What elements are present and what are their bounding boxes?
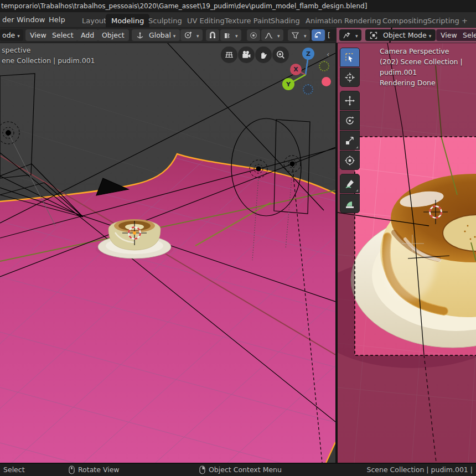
menu-add[interactable]: Add	[76, 29, 99, 41]
gizmo-neg-y-axis[interactable]	[319, 61, 329, 71]
add-workspace-button[interactable]: +	[456, 14, 473, 28]
snap-settings-dropdown[interactable]: ▾	[220, 29, 241, 41]
xray-toggle-partial[interactable]: [	[326, 29, 337, 41]
tool-cursor[interactable]	[340, 68, 360, 87]
chevron-down-icon: ▾	[429, 33, 432, 39]
viewport-3d-right-rendered[interactable]: Camera Perspective (202) Scene Collectio…	[338, 43, 476, 463]
cursor-tool-icon	[344, 72, 355, 83]
gizmo-neg-z-axis[interactable]	[303, 84, 313, 95]
status-rotate-view: Rotate View	[69, 464, 120, 476]
tool-transform[interactable]	[340, 151, 360, 170]
tool-select-box[interactable]	[340, 48, 360, 67]
tool-scale[interactable]	[340, 131, 360, 150]
gizmo-neg-x-axis[interactable]	[322, 77, 331, 86]
scale-icon	[344, 135, 355, 146]
menu-object[interactable]: Object	[97, 29, 129, 41]
hand-icon	[258, 50, 268, 60]
grid-icon	[224, 50, 234, 60]
transform-orientation-dropdown[interactable]: Global▾	[132, 29, 180, 41]
chevron-down-icon: ▾	[235, 33, 238, 39]
mode-dropdown[interactable]: Object Mode▾	[365, 29, 436, 41]
visibility-filter-icon	[291, 32, 299, 39]
proportional-editing-toggle[interactable]	[247, 29, 260, 41]
object-origin-dot	[133, 231, 136, 235]
window-title-bar: temporario\Trabalhos\trabalhos_pessoais\…	[0, 0, 476, 12]
editor-type-icon	[343, 32, 351, 39]
tab-shading[interactable]: Shading	[265, 14, 306, 28]
tab-sculpting[interactable]: Sculpting	[143, 14, 188, 28]
toggle-grid-button[interactable]	[221, 46, 237, 63]
camera-icon	[241, 50, 251, 60]
orientation-axes-icon	[136, 32, 144, 39]
select-box-icon	[344, 52, 355, 63]
right-viewport-header: ▾ Object Mode▾ View Select	[337, 28, 476, 43]
magnet-icon	[209, 31, 216, 39]
window-title: temporario\Trabalhos\trabalhos_pessoais\…	[1, 2, 367, 10]
menu-select[interactable]: Select	[48, 29, 78, 41]
pan-view-button[interactable]	[255, 46, 272, 63]
proportional-editing-icon	[250, 32, 257, 39]
topbar: der Window Help Layout Modeling Sculptin…	[0, 12, 476, 28]
editor-type-button[interactable]: ▾	[339, 29, 361, 41]
gizmo-x-axis[interactable]: X	[290, 64, 302, 75]
transform-icon	[344, 155, 355, 166]
status-select: Select	[3, 464, 25, 476]
snap-toggle-button[interactable]	[206, 29, 219, 41]
left-viewport-header: ode▾ View Select Add Object Global▾ ▾ ▾ …	[0, 28, 337, 43]
left-viewport-canvas[interactable]	[0, 43, 335, 463]
tool-annotate[interactable]	[340, 174, 360, 193]
gizmo-z-axis[interactable]: Z	[302, 48, 314, 60]
rotate-icon	[344, 115, 355, 126]
chevron-down-icon: ▾	[17, 33, 20, 39]
chevron-down-icon: ▾	[196, 33, 199, 39]
middle-mouse-icon	[69, 465, 75, 474]
blender-window: temporario\Trabalhos\trabalhos_pessoais\…	[0, 0, 476, 476]
menu-view-right[interactable]: View	[436, 29, 462, 41]
menu-help[interactable]: Help	[46, 12, 68, 28]
object-mode-icon	[370, 32, 377, 39]
menu-view[interactable]: View	[25, 29, 51, 41]
navigation-gizmo[interactable]: Z X Y	[284, 46, 333, 95]
snap-increment-icon	[224, 32, 231, 39]
viewport-3d-left[interactable]: spective ene Collection | pudim.001 Z X	[0, 43, 335, 463]
chevron-down-icon: ▾	[355, 33, 358, 39]
sidebar-collapse-arrow[interactable]: ‹	[327, 50, 330, 59]
mode-dropdown-partial[interactable]: ode▾	[0, 29, 23, 41]
status-scene-info: Scene Collection | pudim.001 |	[366, 464, 473, 476]
menu-select-right[interactable]: Select	[458, 29, 476, 41]
gizmo-y-axis[interactable]: Y	[282, 78, 294, 90]
proportional-falloff-dropdown[interactable]: ▾	[261, 29, 283, 41]
chevron-down-icon: ▾	[277, 33, 280, 39]
show-gizmos-toggle[interactable]	[312, 29, 325, 41]
object-visibility-dropdown[interactable]: ▾	[288, 29, 310, 41]
tool-move[interactable]	[340, 91, 360, 110]
chevron-down-icon: ▾	[304, 33, 307, 39]
measure-icon	[344, 198, 355, 209]
status-context-menu: Object Context Menu	[199, 464, 282, 476]
right-mouse-icon	[199, 465, 205, 474]
chevron-down-icon: ▾	[173, 33, 176, 39]
pivot-point-dropdown[interactable]: ▾	[180, 29, 203, 41]
toggle-camera-view-button[interactable]	[238, 46, 255, 63]
tool-measure[interactable]	[340, 194, 360, 213]
tool-rotate[interactable]	[340, 111, 360, 130]
gizmos-icon	[314, 32, 322, 39]
menu-window[interactable]: Window	[14, 12, 47, 28]
pivot-point-icon	[184, 31, 192, 39]
move-icon	[344, 95, 355, 106]
status-bar: Select Rotate View Object Context Menu S…	[0, 463, 476, 476]
falloff-curve-icon	[265, 32, 273, 39]
annotate-pencil-icon	[344, 178, 355, 189]
